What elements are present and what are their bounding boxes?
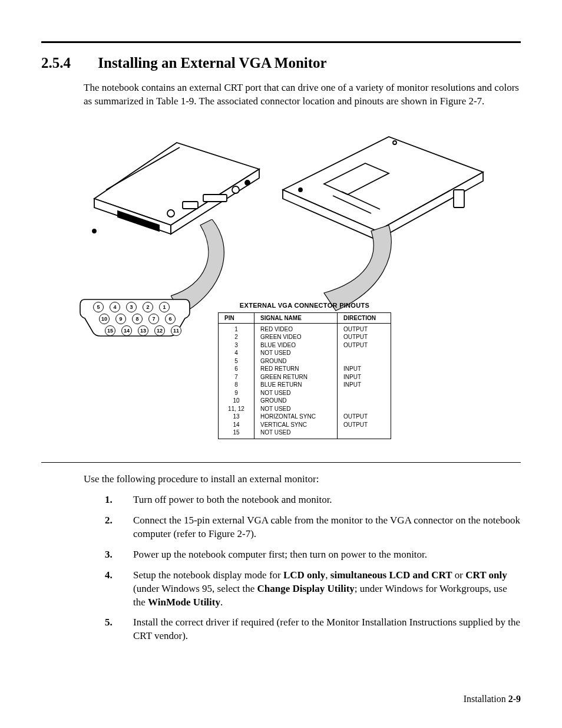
table-row: 1: [224, 325, 248, 334]
table-row: OUTPUT: [343, 413, 385, 421]
table-row: 3: [224, 341, 248, 350]
table-row: INPUT: [343, 373, 385, 381]
section-title-text: Installing an External VGA Monitor: [98, 55, 326, 71]
pinout-grid: PIN SIGNAL NAME DIRECTION 1234567891011,…: [218, 312, 391, 439]
pin-8: 8: [132, 314, 143, 324]
pinout-header-pin: PIN: [219, 312, 254, 323]
pin-3: 3: [126, 302, 137, 312]
list-item: 2.Connect the 15-pin external VGA cable …: [105, 514, 521, 541]
list-item: 4.Setup the notebook display mode for LC…: [105, 569, 521, 610]
svg-rect-7: [203, 195, 227, 202]
table-row: OUTPUT: [343, 341, 385, 350]
procedure-intro: Use the following procedure to install a…: [84, 473, 521, 485]
table-row: 7: [224, 373, 248, 381]
table-row: 14: [224, 421, 248, 429]
table-row: GROUND: [260, 357, 331, 365]
table-row: 10: [224, 397, 248, 405]
procedure-list: 1.Turn off power to both the notebook an…: [105, 493, 521, 643]
pin-5: 5: [93, 302, 104, 312]
table-row: OUTPUT: [343, 333, 385, 341]
pin-12: 12: [154, 325, 165, 336]
svg-point-8: [232, 186, 239, 193]
pin-10: 10: [99, 314, 110, 324]
step-number: 1.: [105, 493, 133, 507]
footer-label: Installation: [464, 694, 506, 704]
pinout-header-direction: DIRECTION: [338, 312, 391, 323]
intro-paragraph: The notebook contains an external CRT po…: [84, 81, 521, 108]
pin-4: 4: [110, 302, 120, 312]
svg-rect-6: [183, 202, 198, 209]
table-row: RED VIDEO: [260, 325, 331, 334]
page-footer: Installation 2-9: [464, 694, 521, 704]
table-row: VERTICAL SYNC: [260, 421, 331, 429]
table-row: [343, 429, 385, 437]
table-row: BLUE VIDEO: [260, 341, 331, 350]
table-row: 9: [224, 389, 248, 397]
pin-11: 11: [171, 325, 181, 336]
svg-point-18: [299, 188, 302, 192]
svg-point-5: [167, 210, 174, 217]
table-row: 4: [224, 349, 248, 357]
step-number: 3.: [105, 548, 133, 562]
table-row: INPUT: [343, 365, 385, 373]
list-item: 5.Install the correct driver if required…: [105, 616, 521, 643]
table-row: BLUE RETURN: [260, 381, 331, 389]
step-text: Connect the 15-pin external VGA cable fr…: [133, 514, 521, 541]
section-number: 2.5.4: [41, 55, 94, 71]
vga-connector-diagram: 543211098761514131211: [77, 296, 193, 337]
table-row: NOT USED: [260, 389, 331, 397]
page: 2.5.4 Installing an External VGA Monitor…: [0, 0, 562, 728]
pin-7: 7: [148, 314, 159, 324]
table-row: [343, 389, 385, 397]
pin-14: 14: [121, 325, 132, 336]
table-row: OUTPUT: [343, 421, 385, 429]
top-rule: [41, 41, 521, 43]
table-row: 6: [224, 365, 248, 373]
pin-9: 9: [115, 314, 126, 324]
svg-point-9: [245, 180, 250, 185]
list-item: 3.Power up the notebook computer first; …: [105, 548, 521, 562]
svg-point-10: [92, 229, 96, 233]
table-row: GREEN VIDEO: [260, 333, 331, 341]
footer-page-number: 2-9: [508, 694, 521, 704]
pinout-header-signal: SIGNAL NAME: [254, 312, 338, 323]
step-number: 4.: [105, 569, 133, 610]
table-row: 5: [224, 357, 248, 365]
pin-6: 6: [165, 314, 176, 324]
table-row: NOT USED: [260, 349, 331, 357]
table-row: HORIZONTAL SYNC: [260, 413, 331, 421]
table-row: RED RETURN: [260, 365, 331, 373]
table-row: 13: [224, 413, 248, 421]
section-heading: 2.5.4 Installing an External VGA Monitor: [41, 55, 521, 71]
table-row: [343, 349, 385, 357]
svg-point-19: [393, 141, 396, 144]
table-row: OUTPUT: [343, 325, 385, 334]
table-row: 2: [224, 333, 248, 341]
step-text: Power up the notebook computer first; th…: [133, 548, 521, 562]
table-row: 8: [224, 381, 248, 389]
table-row: NOT USED: [260, 405, 331, 413]
table-row: GREEN RETURN: [260, 373, 331, 381]
list-item: 1.Turn off power to both the notebook an…: [105, 493, 521, 507]
figure-2-7: 543211098761514131211 EXTERNAL VGA CONNE…: [41, 119, 521, 455]
callout-arrow-right: [318, 225, 401, 314]
table-row: 15: [224, 429, 248, 437]
table-row: NOT USED: [260, 429, 331, 437]
step-number: 2.: [105, 514, 133, 541]
pin-1: 1: [159, 302, 170, 312]
pin-13: 13: [138, 325, 148, 336]
table-row: [343, 405, 385, 413]
pinout-title: EXTERNAL VGA CONNECTOR PINOUTS: [218, 302, 391, 309]
mid-rule: [41, 462, 521, 463]
svg-rect-17: [454, 190, 464, 207]
pin-2: 2: [143, 302, 153, 312]
pin-15: 15: [105, 325, 115, 336]
step-text: Install the correct driver if required (…: [133, 616, 521, 643]
pinout-table: EXTERNAL VGA CONNECTOR PINOUTS PIN SIGNA…: [218, 302, 391, 439]
step-text: Setup the notebook display mode for LCD …: [133, 569, 521, 610]
table-row: GROUND: [260, 397, 331, 405]
table-row: [343, 397, 385, 405]
step-number: 5.: [105, 616, 133, 643]
step-text: Turn off power to both the notebook and …: [133, 493, 521, 507]
table-row: 11, 12: [224, 405, 248, 413]
